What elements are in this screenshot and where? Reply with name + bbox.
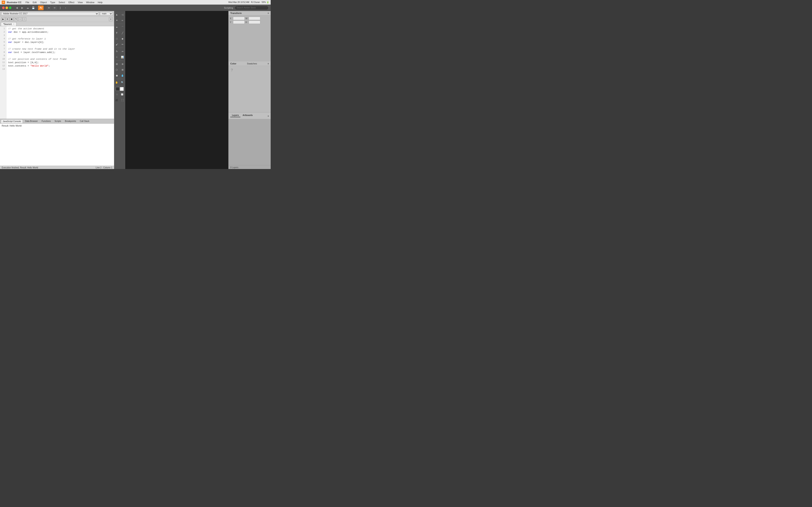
lasso-tool[interactable]: ∞ <box>120 17 125 23</box>
code-line: var text = layer.textFrames.add(); <box>8 51 112 54</box>
code-line: var doc = app.activeDocument; <box>8 31 112 34</box>
step-into-btn[interactable]: ↓ <box>18 17 22 21</box>
script-editor-panel: Adobe Illustrator CC 2017 main ▶ ⏸ ⏹ ↷ ↓… <box>0 11 114 169</box>
artboards-tab[interactable]: Artboards <box>241 114 254 117</box>
play-btn[interactable]: ▶ <box>1 17 5 21</box>
line-number: 9 <box>1 54 5 57</box>
normal-mode-btn[interactable]: ⬛ <box>114 97 119 103</box>
w-input[interactable] <box>249 17 260 20</box>
console-tab-breakpoints[interactable]: Breakpoints <box>63 119 78 123</box>
layers-tabs: Layers Artboards <box>230 114 254 117</box>
free-transform-tool[interactable]: ⊞ <box>114 61 119 67</box>
menu-edit[interactable]: Edit <box>31 1 38 4</box>
code-content[interactable]: // get the active documentvar doc = app.… <box>6 26 114 119</box>
close-tab-icon[interactable]: × <box>13 23 14 25</box>
save-btn[interactable]: 💾 <box>31 5 36 10</box>
curvature-tool[interactable]: ⌒ <box>120 24 125 30</box>
selection-tool[interactable]: ▲ <box>114 12 119 17</box>
source-tab[interactable]: *Source1 × <box>1 22 16 26</box>
stroke-btn[interactable]: ⬜ <box>120 92 124 97</box>
line-number: 8 <box>1 51 5 54</box>
console-tab-data-browser[interactable]: Data Browser <box>23 119 40 123</box>
stop-btn[interactable]: ⏹ <box>10 17 13 21</box>
h-input[interactable] <box>249 20 260 24</box>
console-tab-javascript-console[interactable]: JavaScript Console <box>1 119 23 123</box>
x-input[interactable] <box>233 17 245 20</box>
br-btn[interactable]: Br <box>47 6 51 10</box>
gradient-tool[interactable]: ◼ <box>114 73 119 78</box>
y-input[interactable] <box>233 20 245 24</box>
run-controls: ▶ ⏸ ⏹ ↷ ↓ ↑ <box>1 17 26 21</box>
h-label: H <box>246 21 248 23</box>
mesh-tool[interactable]: ⊠ <box>120 67 125 72</box>
arrow-btn[interactable]: ⟩ <box>58 6 62 10</box>
menu-window[interactable]: Window <box>85 1 96 4</box>
pause-btn[interactable]: ⏸ <box>5 17 9 21</box>
eyedropper-tool[interactable]: 💧 <box>120 73 125 78</box>
type-tool[interactable]: T <box>114 30 119 36</box>
pencil-tool[interactable]: ✏ <box>120 42 125 47</box>
line-number: 4 <box>1 37 5 41</box>
menu-type[interactable]: Type <box>49 1 57 4</box>
app-selector[interactable]: Adobe Illustrator CC 2017 <box>1 12 99 15</box>
script-header-bar: Adobe Illustrator CC 2017 main <box>0 11 114 16</box>
code-editor[interactable]: 12345678910111213 // get the active docu… <box>0 26 114 119</box>
menu-select[interactable]: Select <box>57 1 67 4</box>
menu-bar-right: Wed Mar 28 10:52 AM RJ Duran 59% 🔋 <box>229 1 269 3</box>
close-btn[interactable] <box>2 7 5 9</box>
console-tab-call-stack[interactable]: Call Stack <box>78 119 91 123</box>
tool-row-12: ✋ 🔍 <box>114 80 125 85</box>
maximize-btn[interactable] <box>9 7 11 9</box>
menu-help[interactable]: Help <box>96 1 104 4</box>
console-tab-bar: JavaScript ConsoleData BrowserFunctionsS… <box>0 119 114 124</box>
screen-mode-btn[interactable]: ⛶ <box>120 97 125 103</box>
perspective-tool[interactable]: ⬡ <box>114 67 119 72</box>
zoom-tool[interactable]: 🔍 <box>120 80 125 85</box>
warp-tool[interactable]: ≈ <box>114 54 119 60</box>
code-line: var layer = doc.layers[0]; <box>8 41 112 44</box>
pen-tool[interactable]: ✒ <box>114 24 119 30</box>
panel-btn[interactable]: ≡ <box>109 17 113 21</box>
layers-tab[interactable]: Layers <box>230 114 241 117</box>
search-input[interactable] <box>235 6 268 10</box>
direct-selection-tool[interactable]: ◁ <box>120 12 125 17</box>
step-out-btn[interactable]: ↑ <box>22 17 26 21</box>
menu-file[interactable]: File <box>24 1 31 4</box>
transform-menu-icon[interactable]: ≡ <box>268 12 269 14</box>
hand-tool[interactable]: ✋ <box>114 80 119 85</box>
st-btn[interactable]: St <box>52 6 57 10</box>
tool-row-6: 🖌 ✏ <box>114 42 125 47</box>
graph-tool[interactable]: 📊 <box>120 54 125 60</box>
rect-tool[interactable]: □ <box>114 36 119 41</box>
env-selector[interactable]: main <box>100 12 113 15</box>
code-line <box>8 34 112 37</box>
fill-btn[interactable]: □ <box>115 92 119 97</box>
line-tool[interactable]: ╱ <box>120 30 125 36</box>
y-label: Y <box>230 21 233 23</box>
foreground-color[interactable] <box>116 87 119 91</box>
brush-tool[interactable]: 🖌 <box>114 42 119 47</box>
background-color[interactable] <box>120 87 124 91</box>
fwd-btn[interactable]: ▶ <box>20 5 24 10</box>
transform-panel-content: X Y W H <box>229 15 271 61</box>
paint-tool[interactable]: ◆ <box>120 36 125 41</box>
menu-object[interactable]: Object <box>39 1 48 4</box>
console-tab-functions[interactable]: Functions <box>40 119 52 123</box>
layers-menu-icon[interactable]: ≡ <box>268 115 269 117</box>
color-menu-icon[interactable]: ≡ <box>268 62 269 65</box>
step-over-btn[interactable]: ↷ <box>14 17 18 21</box>
cloud-btn[interactable]: ☁ <box>26 5 30 10</box>
minimize-btn[interactable] <box>5 7 8 9</box>
swatches-tab[interactable]: Swatches <box>247 62 257 65</box>
console-tab-scripts[interactable]: Scripts <box>53 119 63 123</box>
scale-tool[interactable]: ⇔ <box>120 49 125 54</box>
back-btn[interactable]: ◀ <box>14 5 19 10</box>
status-bar: Execution finished. Result: Hello World … <box>0 166 114 169</box>
menu-view[interactable]: View <box>77 1 84 4</box>
shape-builder-tool[interactable]: ⊕ <box>120 61 125 67</box>
magic-wand-tool[interactable]: ✦ <box>114 17 119 23</box>
result-text: Result: Hello World <box>2 124 112 127</box>
rotate-tool[interactable]: ↻ <box>114 49 119 54</box>
share-btn[interactable]: ↑ <box>63 6 68 10</box>
menu-effect[interactable]: Effect <box>67 1 76 4</box>
